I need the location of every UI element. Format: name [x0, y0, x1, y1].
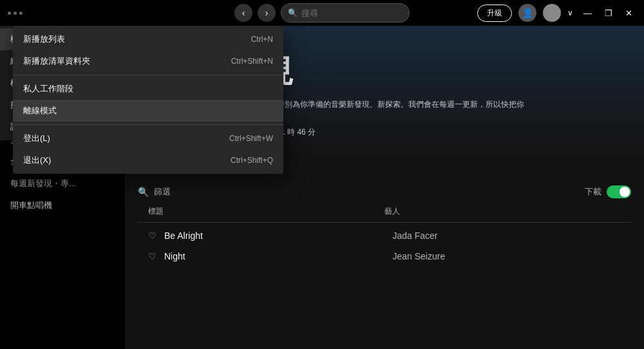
- upgrade-button[interactable]: 升級: [477, 5, 512, 22]
- search-input[interactable]: [301, 8, 392, 18]
- download-row: 下載: [585, 185, 631, 198]
- menu-offline-mode-label: 離線模式: [23, 105, 273, 117]
- table-row[interactable]: ♡ Night Jean Seizure: [138, 246, 631, 267]
- filter-left: 🔍 篩選: [138, 186, 171, 198]
- menu-logout[interactable]: 登出(L) Ctrl+Shift+W: [13, 127, 283, 149]
- sidebar-item-weekly[interactable]: 每週新發現・專...: [0, 173, 125, 194]
- table-row[interactable]: ♡ Be Alright Jada Facer: [138, 225, 631, 246]
- track-artist: Jada Facer: [393, 231, 621, 241]
- menu-private-session[interactable]: 私人工作階段: [13, 78, 283, 100]
- sidebar-item-karaoke[interactable]: 開車點唱機: [0, 194, 125, 216]
- heart-icon[interactable]: ♡: [148, 231, 156, 241]
- menu-new-playlist[interactable]: 新播放列表 Ctrl+N: [13, 28, 283, 50]
- dots-menu[interactable]: [8, 12, 23, 15]
- menu-exit[interactable]: 退出(X) Ctrl+Shift+Q: [13, 149, 283, 171]
- track-name: Be Alright: [164, 231, 393, 241]
- download-label: 下載: [585, 186, 601, 198]
- nav-back-button[interactable]: ‹: [234, 4, 252, 22]
- menu-new-playlist-label: 新播放列表: [23, 33, 251, 45]
- titlebar-center: ‹ › 🔍: [234, 3, 410, 23]
- search-bar[interactable]: 🔍: [281, 3, 410, 23]
- download-toggle[interactable]: [607, 185, 631, 198]
- menu-private-session-label: 私人工作階段: [23, 83, 273, 95]
- menu-offline-mode[interactable]: 離線模式: [13, 100, 283, 122]
- context-menu: 新播放列表 Ctrl+N 新播放清單資料夾 Ctrl+Shift+N 私人工作階…: [13, 26, 283, 174]
- track-name: Night: [164, 251, 393, 261]
- close-button[interactable]: ✕: [621, 7, 636, 19]
- menu-logout-shortcut: Ctrl+Shift+W: [229, 134, 273, 143]
- titlebar-left: [8, 12, 23, 15]
- menu-divider-1: [13, 75, 283, 75]
- filter-row: 🔍 篩選 下載: [138, 185, 631, 198]
- menu-logout-label: 登出(L): [23, 133, 229, 144]
- menu-exit-label: 退出(X): [23, 155, 231, 166]
- user-icon[interactable]: 👤: [518, 4, 536, 22]
- heart-icon[interactable]: ♡: [148, 251, 156, 261]
- menu-new-playlist-folder[interactable]: 新播放清單資料夾 Ctrl+Shift+N: [13, 50, 283, 72]
- avatar[interactable]: [543, 4, 561, 22]
- col-artist-header: 藝人: [384, 206, 621, 217]
- filter-search-icon: 🔍: [138, 187, 149, 197]
- menu-new-playlist-folder-shortcut: Ctrl+Shift+N: [231, 57, 273, 66]
- restore-button[interactable]: ❐: [601, 7, 616, 19]
- chevron-down-icon[interactable]: ∨: [567, 8, 573, 17]
- toggle-knob: [620, 187, 630, 197]
- search-icon: 🔍: [288, 8, 298, 17]
- nav-forward-button[interactable]: ›: [258, 4, 276, 22]
- filter-label: 篩選: [154, 186, 171, 198]
- menu-exit-shortcut: Ctrl+Shift+Q: [231, 156, 273, 165]
- menu-divider-2: [13, 124, 283, 125]
- table-header: 標題 藝人: [138, 206, 631, 223]
- titlebar: ‹ › 🔍 升級 👤 ∨ — ❐ ✕: [0, 0, 644, 26]
- minimize-button[interactable]: —: [580, 7, 596, 19]
- menu-new-playlist-shortcut: Ctrl+N: [251, 35, 273, 44]
- window-controls: — ❐ ✕: [580, 7, 636, 19]
- track-artist: Jean Seizure: [393, 251, 621, 261]
- menu-new-playlist-folder-label: 新播放清單資料夾: [23, 55, 231, 67]
- col-title-header: 標題: [148, 206, 384, 217]
- titlebar-right: 升級 👤 ∨ — ❐ ✕: [477, 4, 636, 22]
